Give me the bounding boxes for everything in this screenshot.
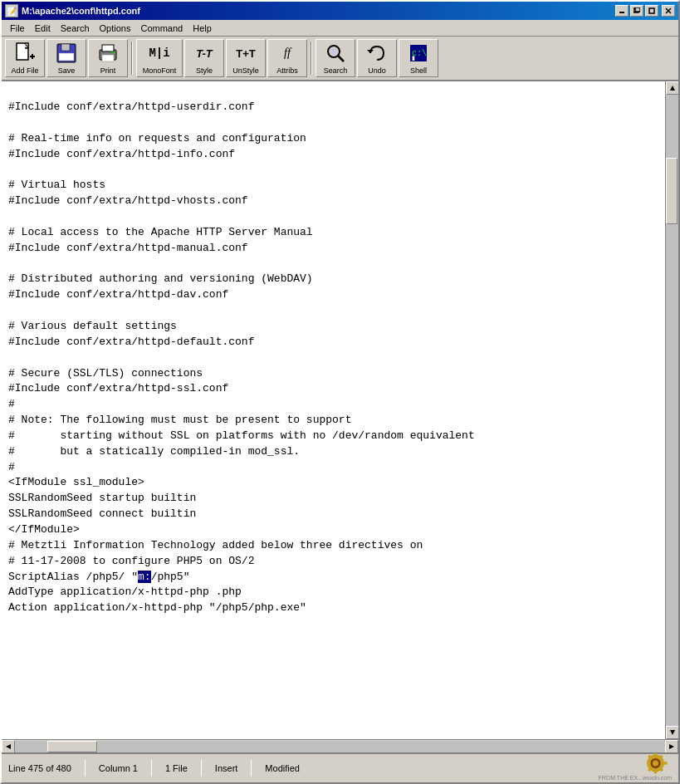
svg-rect-15 — [111, 51, 114, 53]
unstyle-label: UnStyle — [232, 66, 259, 75]
svg-rect-0 — [619, 12, 624, 13]
status-bar: Line 475 of 480 Column 1 1 File Insert M… — [2, 752, 678, 782]
search-icon — [324, 42, 347, 65]
editor[interactable]: #Include conf/extra/httpd-userdir.conf #… — [2, 81, 665, 739]
svg-text:▮: ▮ — [412, 55, 415, 61]
vertical-scrollbar — [665, 81, 678, 739]
status-divider-3 — [201, 760, 202, 777]
print-label: Print — [100, 66, 116, 75]
appuals-logo — [645, 752, 672, 775]
svg-marker-24 — [670, 730, 675, 735]
unstyle-icon: T+T — [234, 42, 257, 65]
scroll-track-horizontal[interactable] — [15, 741, 665, 752]
svg-marker-23 — [670, 86, 675, 91]
title-bar: 📝 M:\apache2\conf\httpd.conf — [2, 2, 678, 20]
bottom-area: Line 475 of 480 Column 1 1 File Insert M… — [2, 739, 678, 782]
search-toolbar-button[interactable]: Search — [316, 39, 355, 77]
maximize-button[interactable] — [645, 5, 658, 17]
print-icon — [96, 42, 120, 65]
menu-edit[interactable]: Edit — [30, 22, 56, 35]
scroll-thumb-vertical[interactable] — [666, 158, 678, 224]
svg-marker-25 — [6, 744, 11, 749]
restore-button[interactable] — [630, 5, 643, 17]
status-mode: Insert — [215, 763, 238, 773]
scroll-track-vertical[interactable] — [666, 95, 678, 726]
shell-label: Shell — [410, 66, 427, 75]
window-title: M:\apache2\conf\httpd.conf — [22, 6, 615, 16]
attribs-label: Attribs — [276, 66, 298, 75]
style-button[interactable]: T-T Style — [184, 39, 224, 77]
status-divider-4 — [251, 760, 252, 777]
menu-options[interactable]: Options — [95, 22, 136, 35]
add-file-button[interactable]: Add File — [5, 39, 45, 77]
logo-text: FROM THE EX...wsxdn.com — [598, 775, 672, 781]
svg-rect-32 — [647, 762, 650, 765]
svg-rect-30 — [654, 753, 658, 757]
status-divider-1 — [85, 760, 86, 777]
attribs-icon: ff — [276, 42, 299, 65]
shell-icon: c:\ ▮ — [407, 42, 430, 65]
close-button[interactable] — [662, 5, 675, 17]
menu-command[interactable]: Command — [135, 22, 188, 35]
status-modified: Modified — [265, 763, 300, 773]
search-label: Search — [324, 66, 348, 75]
main-window: 📝 M:\apache2\conf\httpd.conf File Edit S… — [0, 0, 680, 784]
status-column: Column 1 — [99, 763, 138, 773]
scroll-up-button[interactable] — [666, 81, 678, 95]
editor-text: #Include conf/extra/httpd-userdir.conf #… — [8, 100, 658, 616]
menu-help[interactable]: Help — [188, 22, 217, 35]
attribs-button[interactable]: ff Attribs — [267, 39, 307, 77]
save-label: Save — [58, 66, 76, 75]
monofont-icon: M|i — [148, 42, 171, 65]
toolbar-sep-1 — [131, 42, 133, 75]
svg-marker-19 — [367, 50, 374, 53]
print-button[interactable]: Print — [88, 39, 128, 77]
minimize-button[interactable] — [615, 5, 629, 17]
toolbar-sep-2 — [311, 42, 312, 75]
status-divider-2 — [151, 760, 152, 777]
save-button[interactable]: Save — [46, 39, 86, 77]
svg-rect-10 — [61, 44, 70, 51]
style-label: Style — [196, 66, 213, 75]
status-line: Line 475 of 480 — [8, 763, 71, 773]
add-file-icon — [13, 42, 37, 65]
unstyle-button[interactable]: T+T UnStyle — [226, 39, 266, 77]
svg-point-29 — [653, 761, 658, 767]
scroll-down-button[interactable] — [666, 726, 678, 739]
menu-file[interactable]: File — [5, 22, 30, 35]
app-icon: 📝 — [5, 4, 18, 17]
svg-rect-13 — [102, 45, 114, 51]
svg-rect-2 — [635, 7, 640, 12]
svg-marker-26 — [669, 744, 674, 749]
horizontal-scrollbar — [2, 739, 678, 752]
style-icon: T-T — [193, 42, 216, 65]
menu-bar: File Edit Search Options Command Help — [2, 20, 678, 37]
svg-rect-11 — [59, 53, 74, 61]
scroll-left-button[interactable] — [2, 740, 15, 753]
menu-search[interactable]: Search — [56, 22, 95, 35]
save-icon — [55, 42, 78, 65]
add-file-label: Add File — [11, 66, 38, 75]
monofont-button[interactable]: M|i MonoFont — [136, 39, 183, 77]
svg-rect-33 — [663, 762, 667, 765]
undo-icon — [365, 42, 389, 65]
shell-button[interactable]: c:\ ▮ Shell — [399, 39, 438, 77]
logo-area: FROM THE EX...wsxdn.com — [598, 752, 672, 781]
svg-rect-3 — [649, 8, 654, 13]
undo-button[interactable]: Undo — [357, 39, 397, 77]
status-files: 1 File — [165, 763, 188, 773]
svg-point-18 — [330, 48, 337, 55]
toolbar: Add File Save Print — [2, 37, 678, 81]
undo-label: Undo — [368, 66, 386, 75]
svg-line-17 — [338, 56, 344, 61]
scroll-thumb-horizontal[interactable] — [47, 741, 97, 752]
content-area: #Include conf/extra/httpd-userdir.conf #… — [2, 81, 678, 739]
monofont-label: MonoFont — [143, 66, 177, 75]
svg-rect-14 — [102, 55, 114, 61]
svg-rect-31 — [654, 770, 658, 773]
title-buttons — [615, 5, 675, 17]
